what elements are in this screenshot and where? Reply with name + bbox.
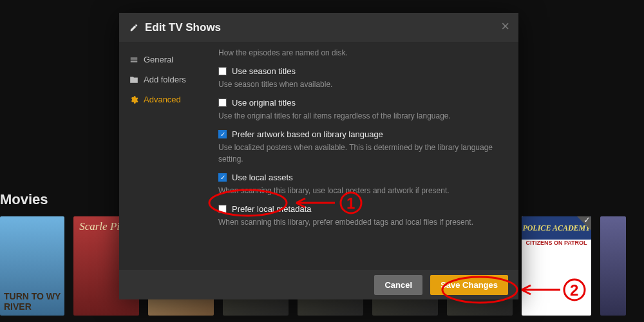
close-icon[interactable]: × (501, 19, 509, 33)
checkbox[interactable] (218, 205, 227, 213)
modal-footer: Cancel Save Changes (119, 270, 518, 299)
option-label: Prefer local metadata (232, 204, 312, 214)
sidebar-item-advanced[interactable]: Advanced (119, 90, 209, 109)
option-label: Use original titles (232, 98, 296, 108)
option-use-original-titles[interactable]: Use original titles (218, 98, 503, 108)
pencil-icon (129, 23, 138, 32)
poster[interactable]: TURN TO WY RIVER (0, 216, 64, 316)
gear-icon (129, 95, 138, 104)
checkbox[interactable] (218, 99, 227, 107)
cancel-button[interactable]: Cancel (374, 275, 422, 295)
setting-desc: Use the original titles for all items re… (218, 110, 503, 122)
option-prefer-local-metadata[interactable]: Prefer local metadata (218, 204, 503, 214)
folder-icon (129, 75, 138, 84)
sidebar-item-label: Add folders (144, 75, 186, 84)
list-icon (129, 55, 138, 64)
sidebar-item-general[interactable]: General (119, 50, 209, 70)
option-label: Use season titles (232, 66, 296, 76)
settings-scroll[interactable]: How the episodes are named on disk. Use … (209, 42, 512, 270)
option-prefer-artwork-language[interactable]: Prefer artwork based on library language (218, 129, 503, 139)
setting-desc: How the episodes are named on disk. (218, 47, 503, 59)
modal-header: Edit TV Shows × (119, 13, 518, 42)
sidebar-item-label: General (144, 55, 173, 64)
poster[interactable]: POLICE ACADEMY CITIZENS ON PATROL (522, 216, 591, 316)
option-use-local-assets[interactable]: Use local assets (218, 173, 503, 182)
section-heading: Movies (0, 191, 48, 208)
option-use-season-titles[interactable]: Use season titles (218, 66, 503, 76)
modal-title: Edit TV Shows (145, 21, 221, 34)
checkbox[interactable] (218, 130, 227, 138)
checkbox[interactable] (218, 173, 227, 182)
edit-library-modal: Edit TV Shows × General Add folders Adva… (119, 13, 518, 299)
save-changes-button[interactable]: Save Changes (430, 275, 508, 295)
sidebar-item-label: Advanced (144, 95, 181, 104)
poster[interactable] (600, 216, 626, 316)
setting-desc: Use localized posters when available. Th… (218, 142, 503, 165)
setting-desc: When scanning this library, use local po… (218, 185, 503, 196)
modal-sidebar: General Add folders Advanced (119, 42, 209, 270)
checkbox[interactable] (218, 67, 227, 75)
sidebar-item-add-folders[interactable]: Add folders (119, 70, 209, 90)
setting-desc: When scanning this library, prefer embed… (218, 216, 503, 228)
option-label: Use local assets (232, 173, 293, 182)
setting-desc: Use season titles when available. (218, 79, 503, 90)
option-label: Prefer artwork based on library language (232, 129, 383, 139)
